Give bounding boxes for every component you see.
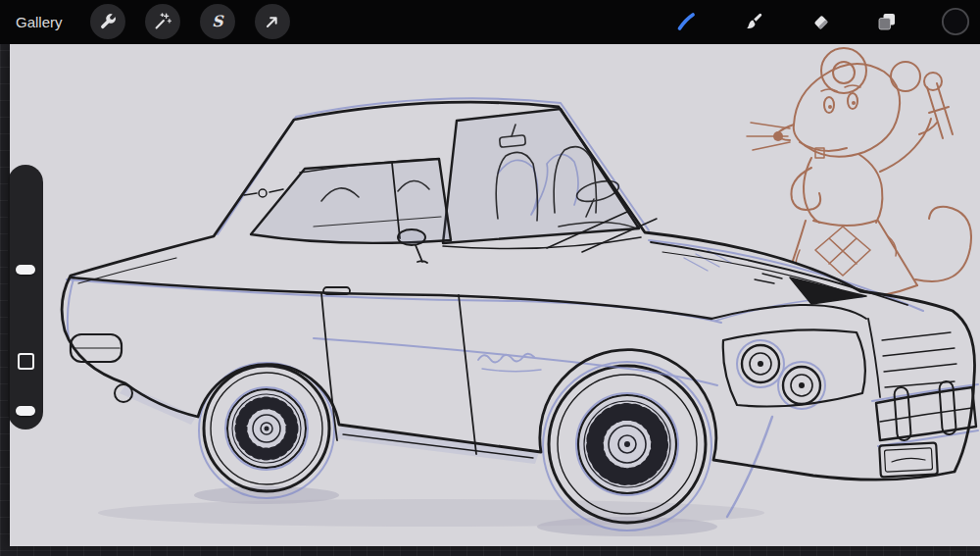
color-button[interactable] xyxy=(938,4,973,39)
actions-button[interactable] xyxy=(90,4,125,39)
gallery-button[interactable]: Gallery xyxy=(16,0,63,44)
selection-s-icon: S xyxy=(207,11,228,32)
smudge-tool-button[interactable] xyxy=(737,4,772,39)
magic-wand-icon xyxy=(152,11,173,32)
eraser-icon xyxy=(808,10,832,33)
layers-button[interactable] xyxy=(869,4,905,39)
brush-size-handle[interactable] xyxy=(16,265,35,275)
color-swatch-icon xyxy=(941,7,970,36)
opacity-slider[interactable] xyxy=(8,376,43,430)
wrench-icon xyxy=(97,11,119,32)
drawing-canvas[interactable] xyxy=(10,44,980,546)
brush-size-slider[interactable] xyxy=(8,165,43,341)
transform-arrow-icon xyxy=(262,11,283,32)
svg-text:S: S xyxy=(212,12,224,30)
side-mirror xyxy=(398,229,425,245)
modify-button[interactable] xyxy=(18,353,34,370)
transform-button[interactable] xyxy=(255,4,290,39)
adjustments-button[interactable] xyxy=(145,4,180,39)
layers-icon xyxy=(875,10,899,33)
brush-stroke-icon xyxy=(673,9,699,34)
paint-tool-button[interactable] xyxy=(668,4,704,39)
brush-sidebar xyxy=(8,165,43,430)
selections-button[interactable]: S xyxy=(200,4,235,39)
smudge-brush-icon xyxy=(743,10,766,33)
artwork-svg xyxy=(10,44,980,546)
top-toolbar: Gallery S xyxy=(0,0,980,44)
erase-tool-button[interactable] xyxy=(803,4,838,39)
opacity-handle[interactable] xyxy=(16,406,35,416)
